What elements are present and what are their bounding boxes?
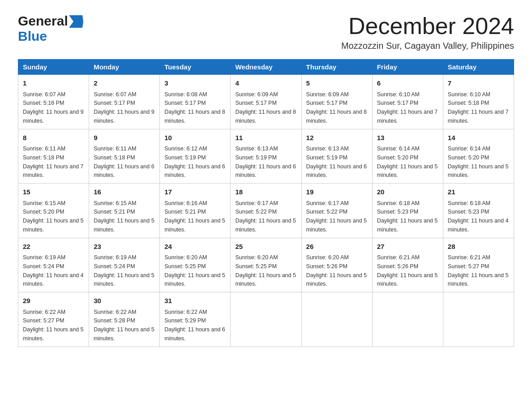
day-info: Sunrise: 6:09 AMSunset: 5:17 PMDaylight:… [235,91,296,124]
day-number: 19 [306,187,368,197]
calendar-cell: 29Sunrise: 6:22 AMSunset: 5:27 PMDayligh… [18,292,89,347]
calendar-cell: 12Sunrise: 6:13 AMSunset: 5:19 PMDayligh… [301,129,372,184]
calendar-cell: 22Sunrise: 6:19 AMSunset: 5:24 PMDayligh… [18,238,89,292]
day-info: Sunrise: 6:13 AMSunset: 5:19 PMDaylight:… [235,146,296,178]
calendar-cell: 6Sunrise: 6:10 AMSunset: 5:17 PMDaylight… [372,75,443,129]
day-number: 3 [164,78,226,89]
calendar-cell [443,292,514,347]
weekday-header-monday: Monday [89,60,160,75]
calendar-cell: 10Sunrise: 6:12 AMSunset: 5:19 PMDayligh… [160,129,231,184]
day-number: 24 [164,242,226,252]
day-info: Sunrise: 6:16 AMSunset: 5:21 PMDaylight:… [164,200,225,233]
day-number: 11 [235,133,296,143]
day-info: Sunrise: 6:22 AMSunset: 5:28 PMDaylight:… [94,309,154,342]
day-info: Sunrise: 6:07 AMSunset: 5:16 PMDaylight:… [23,91,84,124]
calendar-cell: 20Sunrise: 6:18 AMSunset: 5:23 PMDayligh… [372,184,443,238]
weekday-header-friday: Friday [372,60,443,75]
week-row-2: 8Sunrise: 6:11 AMSunset: 5:18 PMDaylight… [18,129,514,184]
day-number: 7 [448,78,509,89]
day-number: 28 [448,242,509,252]
day-number: 9 [94,133,155,143]
day-info: Sunrise: 6:08 AMSunset: 5:17 PMDaylight:… [164,91,225,124]
day-info: Sunrise: 6:10 AMSunset: 5:18 PMDaylight:… [448,91,509,124]
day-number: 22 [23,242,84,252]
day-info: Sunrise: 6:11 AMSunset: 5:18 PMDaylight:… [94,146,154,178]
day-info: Sunrise: 6:18 AMSunset: 5:23 PMDaylight:… [377,200,438,233]
day-info: Sunrise: 6:12 AMSunset: 5:19 PMDaylight:… [164,146,225,178]
week-row-1: 1Sunrise: 6:07 AMSunset: 5:16 PMDaylight… [18,75,514,129]
day-info: Sunrise: 6:19 AMSunset: 5:24 PMDaylight:… [94,254,154,287]
day-info: Sunrise: 6:20 AMSunset: 5:25 PMDaylight:… [164,254,225,287]
logo-general-text: General [18,13,68,29]
calendar-cell: 31Sunrise: 6:22 AMSunset: 5:29 PMDayligh… [160,292,231,347]
day-info: Sunrise: 6:14 AMSunset: 5:20 PMDaylight:… [448,146,509,178]
calendar-cell: 15Sunrise: 6:15 AMSunset: 5:20 PMDayligh… [18,184,89,238]
logo-arrow-icon [69,15,83,28]
calendar-cell: 21Sunrise: 6:18 AMSunset: 5:23 PMDayligh… [443,184,514,238]
calendar-table: SundayMondayTuesdayWednesdayThursdayFrid… [18,59,514,347]
day-info: Sunrise: 6:09 AMSunset: 5:17 PMDaylight:… [306,91,367,124]
weekday-header-tuesday: Tuesday [160,60,231,75]
day-info: Sunrise: 6:14 AMSunset: 5:20 PMDaylight:… [377,146,438,178]
calendar-cell: 25Sunrise: 6:20 AMSunset: 5:25 PMDayligh… [231,238,301,292]
day-number: 18 [235,187,296,197]
weekday-header-saturday: Saturday [443,60,514,75]
day-number: 26 [306,242,368,252]
day-number: 2 [94,78,155,89]
title-area: December 2024 Mozzozzin Sur, Cagayan Val… [341,13,514,51]
calendar-cell [301,292,372,347]
day-info: Sunrise: 6:11 AMSunset: 5:18 PMDaylight:… [23,146,84,178]
calendar-cell: 17Sunrise: 6:16 AMSunset: 5:21 PMDayligh… [160,184,231,238]
logo-blue-text: Blue [18,29,47,44]
day-number: 29 [23,296,84,306]
day-info: Sunrise: 6:15 AMSunset: 5:21 PMDaylight:… [94,200,154,233]
day-info: Sunrise: 6:20 AMSunset: 5:25 PMDaylight:… [235,254,296,287]
day-info: Sunrise: 6:19 AMSunset: 5:24 PMDaylight:… [23,254,84,287]
day-info: Sunrise: 6:15 AMSunset: 5:20 PMDaylight:… [23,200,84,233]
day-info: Sunrise: 6:13 AMSunset: 5:19 PMDaylight:… [306,146,367,178]
calendar-cell: 18Sunrise: 6:17 AMSunset: 5:22 PMDayligh… [231,184,301,238]
day-number: 31 [164,296,226,306]
weekday-header-thursday: Thursday [301,60,372,75]
calendar-cell: 8Sunrise: 6:11 AMSunset: 5:18 PMDaylight… [18,129,89,184]
day-number: 14 [448,133,509,143]
weekday-header-sunday: Sunday [18,60,89,75]
day-number: 15 [23,187,84,197]
day-number: 23 [94,242,155,252]
calendar-cell: 1Sunrise: 6:07 AMSunset: 5:16 PMDaylight… [18,75,89,129]
day-number: 21 [448,187,509,197]
calendar-cell [231,292,301,347]
calendar-cell: 2Sunrise: 6:07 AMSunset: 5:17 PMDaylight… [89,75,160,129]
calendar-cell: 7Sunrise: 6:10 AMSunset: 5:18 PMDaylight… [443,75,514,129]
day-number: 20 [377,187,438,197]
weekday-header-row: SundayMondayTuesdayWednesdayThursdayFrid… [18,60,514,75]
calendar-cell: 19Sunrise: 6:17 AMSunset: 5:22 PMDayligh… [301,184,372,238]
calendar-cell: 16Sunrise: 6:15 AMSunset: 5:21 PMDayligh… [89,184,160,238]
day-info: Sunrise: 6:21 AMSunset: 5:27 PMDaylight:… [448,254,509,287]
calendar-cell: 24Sunrise: 6:20 AMSunset: 5:25 PMDayligh… [160,238,231,292]
day-number: 13 [377,133,438,143]
day-number: 8 [23,133,84,143]
day-number: 27 [377,242,438,252]
day-info: Sunrise: 6:22 AMSunset: 5:29 PMDaylight:… [164,309,225,342]
day-number: 17 [164,187,226,197]
day-number: 1 [23,78,84,89]
calendar-cell: 5Sunrise: 6:09 AMSunset: 5:17 PMDaylight… [301,75,372,129]
calendar-cell: 9Sunrise: 6:11 AMSunset: 5:18 PMDaylight… [89,129,160,184]
day-info: Sunrise: 6:18 AMSunset: 5:23 PMDaylight:… [448,200,509,233]
day-number: 4 [235,78,296,89]
page-header: General Blue December 2024 Mozzozzin Sur… [18,13,514,51]
day-number: 30 [94,296,155,306]
week-row-3: 15Sunrise: 6:15 AMSunset: 5:20 PMDayligh… [18,184,514,238]
calendar-cell: 3Sunrise: 6:08 AMSunset: 5:17 PMDaylight… [160,75,231,129]
calendar-subtitle: Mozzozzin Sur, Cagayan Valley, Philippin… [341,41,514,51]
weekday-header-wednesday: Wednesday [231,60,301,75]
calendar-cell: 14Sunrise: 6:14 AMSunset: 5:20 PMDayligh… [443,129,514,184]
day-info: Sunrise: 6:17 AMSunset: 5:22 PMDaylight:… [306,200,367,233]
day-number: 5 [306,78,368,89]
calendar-cell [372,292,443,347]
day-number: 12 [306,133,368,143]
calendar-cell: 26Sunrise: 6:20 AMSunset: 5:26 PMDayligh… [301,238,372,292]
calendar-cell: 30Sunrise: 6:22 AMSunset: 5:28 PMDayligh… [89,292,160,347]
day-info: Sunrise: 6:21 AMSunset: 5:26 PMDaylight:… [377,254,438,287]
